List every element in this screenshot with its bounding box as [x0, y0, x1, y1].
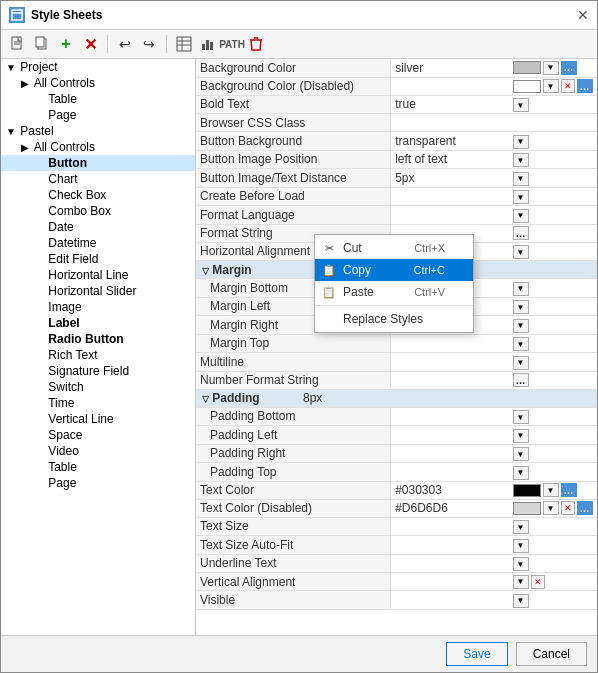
dropdown-button[interactable]: ▼: [513, 356, 529, 370]
dropdown-button[interactable]: ▼: [513, 245, 529, 259]
tree-item-vertical-line[interactable]: Vertical Line: [1, 411, 195, 427]
ctx-item-cut[interactable]: ✂ Cut Ctrl+X: [315, 237, 473, 259]
dropdown-button[interactable]: ▼: [543, 61, 559, 75]
dropdown-button[interactable]: ▼: [513, 594, 529, 608]
save-button[interactable]: Save: [446, 642, 507, 666]
tree-item-horizontal-slider[interactable]: Horizontal Slider: [1, 283, 195, 299]
dropdown-button[interactable]: ▼: [513, 319, 529, 333]
dropdown-button[interactable]: ▼: [513, 575, 529, 589]
color-picker-button[interactable]: …: [561, 61, 577, 75]
tree-item-combo-box[interactable]: Combo Box: [1, 203, 195, 219]
tree-label: Space: [48, 428, 82, 442]
tree-item-table-2[interactable]: Table: [1, 459, 195, 475]
tree-label: Page: [48, 476, 76, 490]
redo-button[interactable]: ↪: [138, 33, 160, 55]
tree-item-edit-field[interactable]: Edit Field: [1, 251, 195, 267]
tree-item-datetime[interactable]: Datetime: [1, 235, 195, 251]
dropdown-button[interactable]: ▼: [513, 337, 529, 351]
table-view-button[interactable]: [173, 33, 195, 55]
color-swatch[interactable]: [513, 61, 541, 74]
cancel-button[interactable]: Cancel: [516, 642, 587, 666]
prop-name: Text Size: [196, 517, 391, 536]
undo-button[interactable]: ↩: [114, 33, 136, 55]
dropdown-button[interactable]: ▼: [513, 466, 529, 480]
tree-item-all-controls-2[interactable]: ▶ All Controls: [1, 139, 195, 155]
dropdown-button[interactable]: ▼: [513, 429, 529, 443]
color-picker-button[interactable]: …: [577, 79, 593, 93]
dropdown-button[interactable]: ▼: [513, 300, 529, 314]
prop-ctrl: ▼: [509, 426, 597, 445]
dropdown-button[interactable]: ▼: [513, 282, 529, 296]
dropdown-button[interactable]: ▼: [513, 539, 529, 553]
ctx-shortcut-copy: Ctrl+C: [414, 264, 445, 276]
path-button[interactable]: PATH: [221, 33, 243, 55]
tree-item-space[interactable]: Space: [1, 427, 195, 443]
context-menu: ✂ Cut Ctrl+X 📋 Copy Ctrl+C 📋 Paste Ctrl+…: [314, 234, 474, 333]
tree-item-table-1[interactable]: Table: [1, 91, 195, 107]
clear-button[interactable]: ✕: [561, 501, 575, 515]
main-content: ▼ Project ▶ All Controls Table Page ▼ Pa…: [1, 59, 597, 635]
prop-name: Multiline: [196, 353, 391, 372]
prop-name: Create Before Load: [196, 187, 391, 206]
svg-rect-7: [177, 37, 191, 51]
tree-item-pastel[interactable]: ▼ Pastel: [1, 123, 195, 139]
new-stylesheet-button[interactable]: [7, 33, 29, 55]
color-swatch[interactable]: [513, 484, 541, 497]
tree-item-page-1[interactable]: Page: [1, 107, 195, 123]
dropdown-button[interactable]: ▼: [513, 447, 529, 461]
dropdown-button[interactable]: ▼: [513, 135, 529, 149]
dropdown-button[interactable]: ▼: [543, 483, 559, 497]
left-panel: ▼ Project ▶ All Controls Table Page ▼ Pa…: [1, 59, 196, 635]
dropdown-button[interactable]: ▼: [513, 190, 529, 204]
dropdown-button[interactable]: ▼: [513, 153, 529, 167]
more-button[interactable]: …: [513, 373, 529, 387]
prop-ctrl: ▼: [509, 95, 597, 114]
tree-item-video[interactable]: Video: [1, 443, 195, 459]
prop-row-text-size: Text Size ▼: [196, 517, 597, 536]
dropdown-button[interactable]: ▼: [513, 557, 529, 571]
tree-label: Table: [48, 92, 77, 106]
color-swatch[interactable]: [513, 502, 541, 515]
tree-item-signature-field[interactable]: Signature Field: [1, 363, 195, 379]
tree-item-chart[interactable]: Chart: [1, 171, 195, 187]
tree-item-image[interactable]: Image: [1, 299, 195, 315]
delete-button[interactable]: ✕: [79, 33, 101, 55]
dropdown-button[interactable]: ▼: [513, 172, 529, 186]
color-picker-button[interactable]: …: [561, 483, 577, 497]
close-button[interactable]: ✕: [577, 7, 589, 23]
tree-item-project[interactable]: ▼ Project: [1, 59, 195, 75]
dropdown-button[interactable]: ▼: [543, 79, 559, 93]
copy-stylesheet-button[interactable]: [31, 33, 53, 55]
tree-item-page-2[interactable]: Page: [1, 475, 195, 491]
tree-item-button[interactable]: Button: [1, 155, 195, 171]
chart-view-button[interactable]: [197, 33, 219, 55]
dropdown-button[interactable]: ▼: [513, 98, 529, 112]
dropdown-button[interactable]: ▼: [513, 520, 529, 534]
tree-label: Table: [48, 460, 77, 474]
ctx-item-copy[interactable]: 📋 Copy Ctrl+C: [315, 259, 473, 281]
prop-name: Text Size Auto-Fit: [196, 536, 391, 555]
tree-item-check-box[interactable]: Check Box: [1, 187, 195, 203]
add-button[interactable]: +: [55, 33, 77, 55]
dropdown-button[interactable]: ▼: [543, 501, 559, 515]
clear-button[interactable]: ✕: [561, 79, 575, 93]
ctx-item-paste[interactable]: 📋 Paste Ctrl+V: [315, 281, 473, 303]
tree-item-horizontal-line[interactable]: Horizontal Line: [1, 267, 195, 283]
dropdown-button[interactable]: ▼: [513, 410, 529, 424]
clear-button[interactable]: ✕: [531, 575, 545, 589]
color-picker-button[interactable]: …: [577, 501, 593, 515]
more-button[interactable]: …: [513, 226, 529, 240]
tree-item-all-controls-1[interactable]: ▶ All Controls: [1, 75, 195, 91]
tree-item-date[interactable]: Date: [1, 219, 195, 235]
tree-item-rich-text[interactable]: Rich Text: [1, 347, 195, 363]
ctx-item-replace-styles[interactable]: Replace Styles: [315, 308, 473, 330]
tree-label: Datetime: [48, 236, 96, 250]
delete2-button[interactable]: [245, 33, 267, 55]
dropdown-button[interactable]: ▼: [513, 209, 529, 223]
color-swatch[interactable]: [513, 80, 541, 93]
tree-item-label[interactable]: Label: [1, 315, 195, 331]
tree-item-radio-button[interactable]: Radio Button: [1, 331, 195, 347]
prop-value: 5px: [391, 169, 509, 188]
tree-item-switch[interactable]: Switch: [1, 379, 195, 395]
tree-item-time[interactable]: Time: [1, 395, 195, 411]
